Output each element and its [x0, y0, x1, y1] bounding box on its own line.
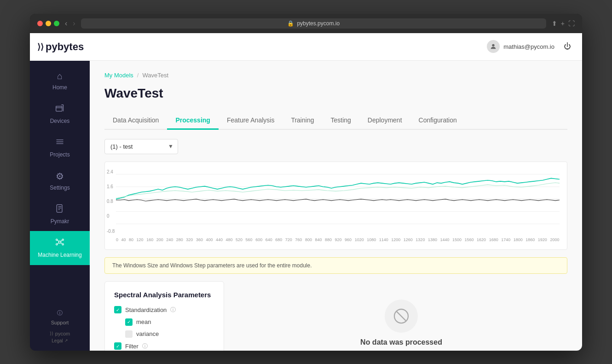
y-label-2: 0.8 [107, 199, 115, 204]
svg-line-14 [61, 242, 62, 243]
legal-link[interactable]: Legal ↗ [52, 338, 68, 343]
breadcrumb-parent[interactable]: My Models [104, 72, 133, 79]
x-label: 960 [345, 237, 352, 242]
y-label-top: 2.4 [107, 169, 115, 174]
sidebar-item-settings[interactable]: ⚙ Settings [30, 164, 90, 197]
sidebar-label-devices: Devices [50, 118, 70, 124]
standardization-row: ✓ Standardization ⓘ [114, 306, 214, 314]
x-label: 880 [325, 237, 332, 242]
sidebar-item-machine-learning[interactable]: Machine Learning [30, 231, 90, 266]
svg-line-12 [61, 240, 62, 241]
no-data-state: No data was processed Select the sample,… [235, 281, 567, 351]
x-label: 440 [216, 237, 223, 242]
x-label: 800 [305, 237, 312, 242]
filter-checkbox[interactable]: ✓ [114, 342, 121, 350]
power-button[interactable]: ⏻ [564, 42, 571, 51]
main-content: mathias@pycom.io ⏻ My Models / WaveTest … [90, 33, 582, 351]
tab-configuration[interactable]: Configuration [410, 112, 465, 130]
sidebar-item-pymakr[interactable]: Pymakr [30, 197, 90, 231]
x-label: 80 [129, 237, 133, 242]
sidebar-item-devices[interactable]: Devices [30, 97, 90, 131]
chart-svg [116, 169, 560, 234]
x-label: 680 [275, 237, 282, 242]
address-bar[interactable]: 🔒 pybytes.pycom.io [81, 18, 546, 29]
x-label: 240 [166, 237, 173, 242]
svg-point-9 [56, 243, 58, 245]
tab-data-acquisition[interactable]: Data Acquisition [104, 112, 167, 130]
fullscreen-button[interactable] [54, 21, 59, 26]
user-info: mathias@pycom.io ⏻ [487, 40, 571, 53]
user-avatar [487, 40, 500, 53]
tab-processing[interactable]: Processing [167, 112, 218, 130]
y-label-3: 0 [107, 214, 115, 219]
back-button[interactable]: ‹ [65, 19, 67, 28]
x-label: 1800 [514, 237, 523, 242]
y-label-1: 1.6 [107, 184, 115, 189]
sidebar-item-home[interactable]: ⌂ Home [30, 64, 90, 97]
x-label: 1860 [525, 237, 535, 242]
x-label: 520 [236, 237, 242, 242]
x-label: 480 [226, 237, 233, 242]
x-label: 0 [116, 237, 118, 242]
forward-button[interactable]: › [73, 19, 75, 28]
x-label: 1920 [538, 237, 547, 242]
x-label: 1140 [379, 237, 388, 242]
sidebar-item-projects[interactable]: Projects [30, 131, 90, 164]
svg-point-8 [62, 239, 64, 240]
logo-icon: ⟩⟩ [37, 42, 44, 52]
variance-checkbox[interactable] [125, 330, 133, 338]
pycom-icon: ⟩⟩ [50, 331, 53, 336]
top-bar: mathias@pycom.io ⏻ [90, 33, 582, 61]
no-data-icon [385, 300, 418, 333]
new-tab-icon[interactable]: + [561, 20, 565, 27]
variance-row: variance [125, 330, 214, 338]
no-data-title: No data was processed [360, 338, 442, 347]
tab-testing[interactable]: Testing [322, 112, 359, 130]
share-icon[interactable]: ⬆ [552, 20, 557, 27]
standardization-checkbox[interactable]: ✓ [114, 306, 121, 313]
x-label: 40 [121, 237, 126, 242]
sidebar-label-ml: Machine Learning [38, 252, 81, 259]
variance-label: variance [136, 330, 159, 337]
mean-label: mean [136, 318, 151, 325]
sidebar-item-label: Home [52, 84, 67, 91]
standardization-label: Standardization [125, 306, 167, 313]
x-label: 1080 [367, 237, 376, 242]
sidebar-item-support[interactable]: ⓘ Support [47, 306, 73, 329]
sidebar-label-support: Support [51, 320, 69, 325]
svg-line-11 [58, 240, 59, 241]
x-label: 1500 [452, 237, 462, 242]
minimize-button[interactable] [46, 21, 51, 26]
x-label: 1020 [355, 237, 364, 242]
y-label-bottom: -0.8 [107, 229, 115, 234]
mean-checkbox[interactable]: ✓ [125, 318, 133, 326]
sidebar-bottom: ⓘ Support ⟩⟩ pycom Legal ↗ [30, 298, 90, 351]
url-text: pybytes.pycom.io [297, 20, 340, 27]
close-button[interactable] [37, 21, 43, 26]
warning-banner: The Windows Size and Windows Step parame… [104, 257, 567, 274]
chart-y-axis: 2.4 1.6 0.8 0 -0.8 [107, 169, 115, 234]
x-label: 280 [176, 237, 183, 242]
bottom-section: Spectral Analysis Parameters ✓ Standardi… [104, 281, 567, 351]
x-label: 560 [246, 237, 253, 242]
tab-feature-analysis[interactable]: Feature Analysis [219, 112, 283, 130]
filter-info-icon[interactable]: ⓘ [142, 342, 148, 350]
pycom-logo: ⟩⟩ pycom [50, 331, 70, 336]
lock-icon: 🔒 [287, 20, 294, 27]
tab-training[interactable]: Training [283, 112, 322, 130]
filter-row: ✓ Filter ⓘ [114, 342, 214, 350]
chart-container: 2.4 1.6 0.8 0 -0.8 [104, 162, 567, 250]
x-label: 1440 [440, 237, 449, 242]
expand-icon[interactable]: ⛶ [568, 20, 575, 27]
x-label: 1740 [501, 237, 510, 242]
tab-deployment[interactable]: Deployment [359, 112, 410, 130]
standardization-info-icon[interactable]: ⓘ [170, 306, 176, 314]
sample-select[interactable]: (1) - test ( 2) - test2 (3) - test3 [104, 139, 178, 154]
x-label: 1620 [477, 237, 486, 242]
legal-text: Legal [52, 338, 63, 343]
x-label: 1380 [428, 237, 437, 242]
breadcrumb: My Models / WaveTest [104, 72, 567, 79]
x-label: 600 [255, 237, 262, 242]
mean-row: ✓ mean [125, 318, 214, 326]
user-email: mathias@pycom.io [503, 43, 554, 50]
